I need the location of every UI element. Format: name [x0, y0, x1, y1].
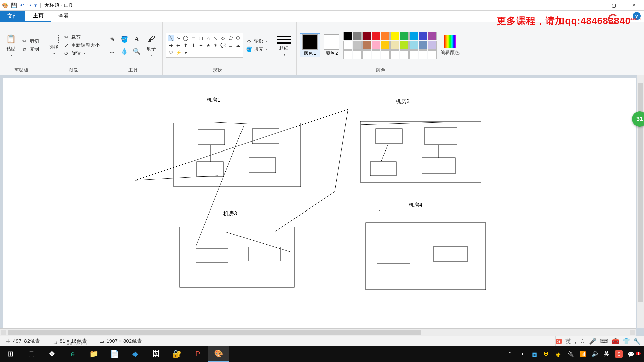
eraser-tool-icon[interactable]: ▱	[107, 46, 117, 56]
tray-notifications-icon[interactable]: 💬	[627, 350, 635, 358]
color-swatch[interactable]	[353, 50, 362, 59]
shape-roundrect-icon[interactable]: ▢	[198, 35, 204, 41]
shape-arrow-r-icon[interactable]: ➔	[168, 42, 174, 49]
color-palette[interactable]	[343, 32, 437, 59]
shape-star5-icon[interactable]: ★	[205, 42, 212, 49]
color-swatch[interactable]	[372, 32, 380, 40]
color-swatch[interactable]	[400, 41, 409, 50]
tray-shield-icon[interactable]: ⛨	[543, 350, 550, 358]
color-swatch[interactable]	[343, 50, 352, 59]
toolbox-icon[interactable]: 🧰	[612, 338, 619, 345]
shape-arrow-u-icon[interactable]: ⬆	[182, 42, 189, 49]
minimize-button[interactable]: —	[584, 0, 604, 11]
shape-diamond-icon[interactable]: ◇	[220, 35, 226, 41]
canvas[interactable]: 机房1 机房2 机房3 机房4	[3, 78, 636, 328]
color-swatch[interactable]	[409, 41, 418, 50]
tray-icon-2[interactable]: ▦	[531, 350, 538, 358]
shape-triangle-icon[interactable]: △	[205, 35, 212, 41]
shape-pentagon-icon[interactable]: ⬠	[227, 35, 234, 41]
color-swatch[interactable]	[381, 41, 390, 50]
qat-dropdown-icon[interactable]: ▾	[34, 2, 37, 8]
copy-button[interactable]: ⧉复制	[21, 46, 40, 53]
wrench-icon[interactable]: 🔧	[633, 338, 641, 345]
color-swatch[interactable]	[390, 32, 399, 40]
bucket-tool-icon[interactable]: 🪣	[119, 34, 129, 44]
taskbar-paint[interactable]: 🎨	[208, 346, 229, 362]
ime-badge-icon[interactable]: S	[556, 339, 561, 344]
fill-button[interactable]: 🪣填充	[245, 46, 268, 53]
shape-oval-icon[interactable]: ◯	[182, 35, 189, 41]
edit-colors-button[interactable]: 编辑颜色	[439, 34, 462, 57]
color-swatch[interactable]	[390, 50, 399, 59]
tray-chevron-icon[interactable]: ˄	[506, 350, 514, 358]
shape-star4-icon[interactable]: ✦	[198, 42, 204, 49]
color-swatch[interactable]	[362, 41, 371, 50]
tab-file[interactable]: 文件	[0, 11, 25, 22]
shape-rtriangle-icon[interactable]: ◺	[212, 35, 219, 41]
outline-button[interactable]: ◇轮廓	[245, 38, 268, 45]
taskbar-app-6[interactable]: 🔐	[166, 346, 187, 362]
close-button[interactable]: ✕	[624, 0, 644, 11]
keyboard-icon[interactable]: ⌨	[600, 338, 608, 345]
color-swatch[interactable]	[372, 50, 380, 59]
color-swatch[interactable]	[419, 41, 427, 50]
shape-cloud-icon[interactable]: ☁	[235, 42, 241, 49]
taskbar-app-1[interactable]: ❖	[42, 346, 62, 362]
taskbar-explorer[interactable]: 📁	[83, 346, 104, 362]
shape-more-icon[interactable]: ▾	[182, 49, 189, 56]
eyedropper-tool-icon[interactable]: 💧	[119, 46, 129, 56]
person-icon[interactable]: 👕	[623, 338, 630, 345]
taskview-button[interactable]: ▢	[21, 346, 42, 362]
color2-button[interactable]: 颜色 2	[322, 34, 341, 57]
shape-line-icon[interactable]: ╲	[168, 35, 174, 41]
color-swatch[interactable]	[353, 41, 362, 50]
shape-lightning-icon[interactable]: ⚡	[175, 49, 182, 56]
color-swatch[interactable]	[419, 50, 427, 59]
text-tool-icon[interactable]: A	[131, 34, 142, 44]
paste-button[interactable]: 📋 粘贴	[3, 32, 19, 58]
color-swatch[interactable]	[409, 50, 418, 59]
tray-volume-icon[interactable]: 🔊	[591, 350, 598, 358]
shape-callout-rect-icon[interactable]: ▭	[227, 42, 234, 49]
tray-ime-icon[interactable]: 英	[603, 350, 610, 358]
pencil-tool-icon[interactable]: ✎	[107, 34, 117, 44]
undo-icon[interactable]: ↶	[20, 2, 24, 8]
color-swatch[interactable]	[400, 50, 409, 59]
shape-star6-icon[interactable]: ✶	[212, 42, 219, 49]
mic-icon[interactable]: 🎤	[589, 338, 596, 345]
color-swatch[interactable]	[362, 50, 371, 59]
shape-heart-icon[interactable]: ♡	[168, 49, 174, 56]
taskbar-powerpoint[interactable]: P	[187, 346, 208, 362]
shape-arrow-l-icon[interactable]: ⬅	[175, 42, 182, 49]
color-swatch[interactable]	[343, 32, 352, 40]
color1-button[interactable]: 颜色 1	[300, 33, 320, 57]
taskbar-app-3[interactable]: 📄	[104, 346, 125, 362]
color-swatch[interactable]	[381, 50, 390, 59]
scrollbar-horizontal[interactable]	[0, 328, 636, 336]
shape-arrow-d-icon[interactable]: ⬇	[190, 42, 197, 49]
color-swatch[interactable]	[428, 50, 437, 59]
shape-curve-icon[interactable]: ∿	[175, 35, 182, 41]
crop-button[interactable]: ✂裁剪	[63, 34, 100, 41]
color-swatch[interactable]	[400, 32, 409, 40]
select-button[interactable]: 选择	[47, 34, 61, 57]
shape-hexagon-icon[interactable]: ⬡	[235, 35, 241, 41]
magnifier-tool-icon[interactable]: 🔍	[131, 46, 142, 56]
color-swatch[interactable]	[372, 41, 380, 50]
taskbar-edge[interactable]: e	[62, 346, 83, 362]
redo-icon[interactable]: ↷	[27, 2, 32, 8]
tray-icon-3[interactable]: ◉	[555, 350, 562, 358]
color-swatch[interactable]	[419, 32, 427, 40]
thickness-button[interactable]: 粗细	[275, 33, 293, 58]
tab-view[interactable]: 查看	[51, 11, 76, 22]
rotate-button[interactable]: ⟳旋转	[63, 50, 100, 57]
color-swatch[interactable]	[390, 41, 399, 50]
color-swatch[interactable]	[343, 41, 352, 50]
emoji-icon[interactable]: ☺	[580, 338, 586, 345]
save-icon[interactable]: 💾	[11, 2, 17, 8]
resize-button[interactable]: ⤢重新调整大小	[63, 42, 100, 49]
shape-rect-icon[interactable]: ▭	[190, 35, 197, 41]
color-swatch[interactable]	[353, 32, 362, 40]
tray-wifi-icon[interactable]: 📶	[579, 350, 586, 358]
start-button[interactable]: ⊞	[0, 346, 21, 362]
